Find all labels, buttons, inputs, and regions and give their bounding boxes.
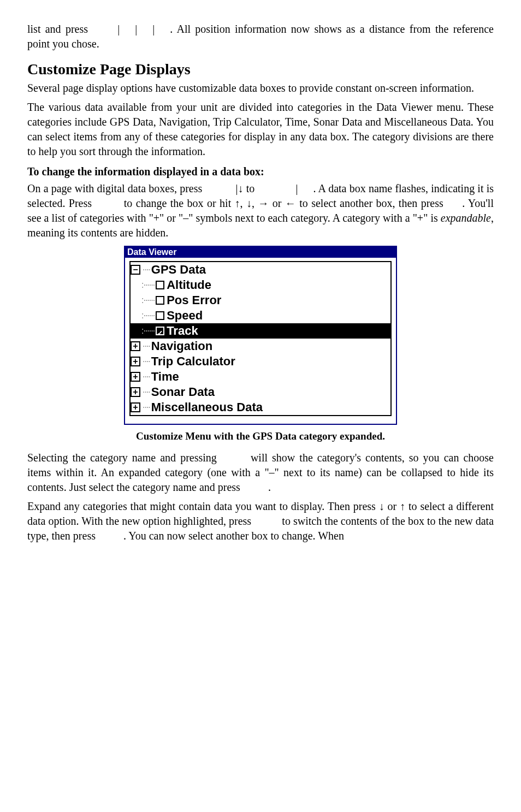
tree-label: Pos Error [167,293,221,308]
tree-connector: :······ [141,277,155,293]
collapse-icon [131,265,140,275]
text: . [268,481,271,493]
paragraph-1: list and press |||. All position informa… [27,22,494,51]
expand-icon [131,357,140,366]
tree-item-speed[interactable]: :······ Speed [131,308,390,323]
tree-item-pos-error[interactable]: :······ Pos Error [131,293,390,308]
text-expandable: expandable [441,212,491,224]
subheading-change-info: To change the information displayed in a… [27,164,494,179]
tree-item-gps-data[interactable]: ····GPS Data [131,262,390,277]
expand-icon [131,341,140,351]
tree-label: GPS Data [151,262,206,277]
tree-label: Altitude [167,277,211,293]
text: to change the box or hit ↑, ↓, → or ← to… [120,197,447,209]
text: Selecting the category name and pressing [27,452,221,464]
data-viewer-figure: Data Viewer ····GPS Data :······ Altitud… [124,246,397,425]
text: | [295,182,298,194]
figure-caption: Customize Menu with the GPS Data categor… [27,429,494,443]
tree-connector: :······ [141,308,155,323]
text: |↓ to [236,182,258,194]
tree-label: Track [167,323,198,339]
expand-icon [131,402,140,412]
tree-connector: ···· [143,384,150,400]
tree-label: Miscellaneous Data [151,400,263,415]
data-viewer-title: Data Viewer [125,247,396,258]
paragraph-5: Selecting the category name and pressing… [27,451,494,495]
tree-connector: ···· [143,262,150,277]
checkbox-icon [156,311,164,320]
tree-label: Navigation [151,339,212,354]
expand-icon [131,372,140,382]
tree-item-sonar-data[interactable]: ····Sonar Data [131,384,390,400]
text: On a page with digital data boxes, press [27,182,205,194]
tree-connector: :······ [141,323,155,339]
checkbox-icon [156,281,164,289]
paragraph-4: On a page with digital data boxes, press… [27,181,494,240]
paragraph-3: The various data available from your uni… [27,100,494,159]
paragraph-2: Several page display options have custom… [27,81,494,96]
tree-item-track[interactable]: :······ Track [131,323,390,339]
tree-connector: :······ [141,293,155,308]
expand-icon [131,387,140,397]
tree-connector: ···· [143,354,150,369]
text: . All position information now shows as … [27,23,494,50]
tree-label: Sonar Data [151,384,215,400]
text: . You can now select another box to chan… [123,530,344,542]
tree-connector: ···· [143,339,150,354]
heading-customize: Customize Page Displays [27,59,494,80]
data-viewer-body: ····GPS Data :······ Altitude :······ Po… [125,258,396,424]
checkbox-checked-icon [156,327,164,335]
tree-label: Trip Calculator [151,354,235,369]
tree-label: Speed [167,308,203,323]
checkbox-icon [156,296,164,305]
tree-item-misc-data[interactable]: ····Miscellaneous Data [131,400,390,415]
text: list and press [27,23,92,35]
tree-item-trip-calculator[interactable]: ····Trip Calculator [131,354,390,369]
tree-item-altitude[interactable]: :······ Altitude [131,277,390,293]
data-viewer-window: Data Viewer ····GPS Data :······ Altitud… [124,246,397,425]
tree-connector: ···· [143,369,150,384]
tree-label: Time [151,369,179,384]
tree-item-time[interactable]: ····Time [131,369,390,384]
tree-item-navigation[interactable]: ····Navigation [131,339,390,354]
paragraph-6: Expand any categories that might contain… [27,499,494,543]
tree-connector: ···· [143,400,150,415]
